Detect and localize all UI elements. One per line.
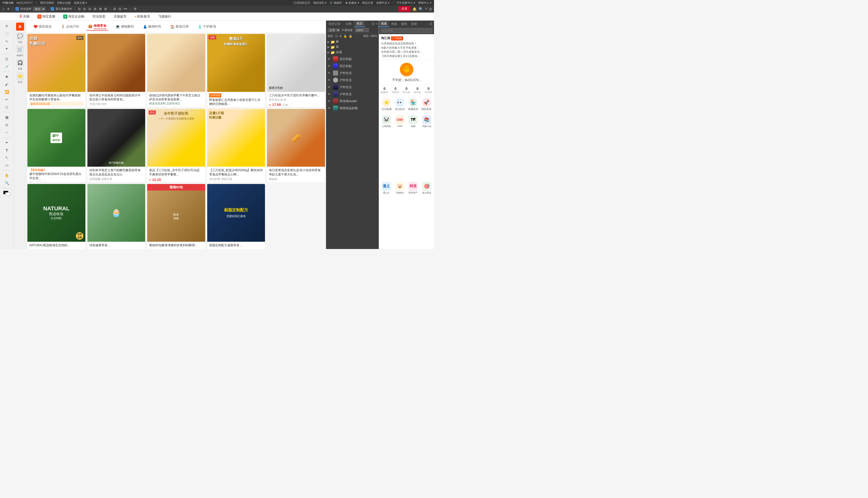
- eraser-icon[interactable]: ◻: [3, 103, 10, 110]
- product-card-1[interactable]: 岩烧乳酪吐司 面包 岩烧乳酪吐司整箱夹心面包代早餐糕糕学生宿舍解馋小零食休...…: [27, 34, 86, 107]
- layer-row-2[interactable]: 👁 百亿补贴: [326, 63, 379, 69]
- show-transform-checkbox[interactable]: [51, 7, 54, 11]
- product-card-13[interactable]: 整箱60包 酥香薄脆 整箱60包酥香薄脆特价奥利特酥饼...: [147, 184, 205, 249]
- search-icon[interactable]: 🔍: [419, 7, 423, 11]
- enterprise-switch[interactable]: 切换企业版: [57, 1, 71, 5]
- gradient-tool-icon[interactable]: ▦: [3, 114, 10, 121]
- product-card-9[interactable]: 足量1斤装吃着过瘾 【三只松鼠_奶盖沙琪玛500g】酥软休闲零食品早餐糕点心网.…: [207, 109, 265, 182]
- blend-mode-select[interactable]: 正常: [327, 28, 340, 32]
- cat-fashion[interactable]: 👗 服饰时尚: [141, 23, 163, 30]
- tab-enterprise[interactable]: 新 淘宝企业购: [59, 13, 88, 20]
- magic-wand-icon[interactable]: ✦: [3, 45, 10, 52]
- stat-review[interactable]: 0 待评价: [423, 87, 434, 94]
- cat-recommend[interactable]: ❤️ 猜你喜欢: [31, 23, 54, 30]
- app-1688[interactable]: 1688 1688: [393, 115, 406, 181]
- brush-tool-icon[interactable]: 🖌: [3, 81, 10, 88]
- layer-visibility-1[interactable]: 👁: [327, 57, 332, 61]
- lock-all-icon[interactable]: 🔒: [349, 35, 352, 38]
- accessibility[interactable]: 网页无障碍: [40, 1, 54, 5]
- folder-item-shui[interactable]: ▶ 📁 水满: [326, 50, 379, 55]
- share-button[interactable]: 共享: [398, 6, 410, 12]
- product-card-3[interactable]: 徐福记沙琪玛原味早餐下午茶芝士糕点萨其马休闲零食包装整... 精选优质原料 品质…: [147, 34, 205, 107]
- align-bottom[interactable]: ⊞: [104, 6, 107, 11]
- home-icon[interactable]: ⌂: [2, 6, 5, 11]
- cat-snacks[interactable]: 🍪 馋嘴零食: [86, 23, 108, 31]
- tab-swatches[interactable]: 色板: [389, 21, 399, 27]
- stat-cart[interactable]: 0 购物车: [379, 87, 390, 94]
- stat-receive[interactable]: 0 待收货: [390, 87, 401, 94]
- app-fliggy[interactable]: 🐷 飞猪旅行: [393, 182, 406, 247]
- panel-close-btn[interactable]: ×: [375, 22, 377, 26]
- app-books[interactable]: 📚 书旗小说: [420, 115, 433, 181]
- tab-gradient[interactable]: 渐变: [409, 21, 419, 27]
- layer-type-select[interactable]: 图层: [33, 7, 46, 11]
- tab-color[interactable]: 颜色: [399, 21, 409, 27]
- help-icon[interactable]: ?: [425, 7, 427, 11]
- layer-row-6[interactable]: 👁 户外生活: [326, 91, 379, 97]
- type-tool-icon[interactable]: T: [3, 147, 10, 154]
- layer-visibility-5[interactable]: 👁: [327, 86, 332, 89]
- pen-tool-icon[interactable]: ✒: [3, 139, 10, 146]
- align-top[interactable]: ⊞: [93, 6, 97, 11]
- tab-travel[interactable]: 飞猪旅行: [154, 13, 175, 20]
- plugin-item-service[interactable]: 🎧 客服: [16, 59, 24, 70]
- product-card-10[interactable]: 🥜 每日坚果混合坚果礼盒30小包休闲零食孕妇儿童干果大礼包... 极低纳 ¥ 5…: [267, 109, 325, 182]
- icon-my-browse[interactable]: 🚀 我的逛逛: [420, 98, 433, 111]
- tab-auction[interactable]: 司法拍卖: [88, 13, 109, 20]
- app-aliyunpan[interactable]: 阿里 阿里资产: [407, 182, 420, 247]
- blur-tool-icon[interactable]: ◎: [3, 121, 10, 128]
- layer-visibility-6[interactable]: 👁: [327, 92, 332, 96]
- eyedropper-icon[interactable]: 💉: [3, 63, 10, 70]
- product-card-4[interactable]: 包邮 整箱4斤软糯即食板板栗仁 金秋特惠 即食板栗仁去壳熟食小包装甘栗子仁非糖炒…: [207, 34, 265, 107]
- notification-icon[interactable]: 🔔: [412, 7, 417, 11]
- product-card-11[interactable]: NATURAL 甄选牧场 生态纯奶 金奖品质 NATURAL甄选牧场生态纯奶..…: [27, 184, 86, 249]
- align-center-h[interactable]: ⊟: [83, 6, 87, 11]
- more-options[interactable]: •••: [123, 6, 128, 11]
- layer-row-3[interactable]: 👁 户外生活: [326, 69, 379, 77]
- zoom-tool-icon[interactable]: 🔍: [3, 180, 10, 186]
- tab-layers[interactable]: 图层: [354, 21, 365, 27]
- purchased[interactable]: 已买到的宝贝: [294, 1, 310, 5]
- tab-tianmao[interactable]: 天 天猫: [15, 13, 34, 20]
- pattern-panel-menu[interactable]: ☰: [430, 22, 432, 26]
- stat-pay[interactable]: 0 待付款: [401, 87, 412, 94]
- layer-visibility-7[interactable]: 👁: [327, 100, 332, 103]
- panel-minimize-btn[interactable]: –: [427, 22, 429, 26]
- help[interactable]: 帮助中心 ▾: [418, 1, 431, 5]
- product-card-12[interactable]: 🧁 绿色健康零食...: [87, 184, 145, 249]
- app-yunyang[interactable]: 🐼 云养熊猫: [380, 115, 392, 181]
- layer-row-1[interactable]: 👁 百亿补贴: [326, 55, 379, 63]
- product-card-8[interactable]: 水牛乳千层吐司 一片一片厚着吃,吃的醇厚义满满 新品 新品【三只松鼠_水牛乳千层…: [147, 109, 205, 182]
- icon-favorites[interactable]: ⭐ 宝贝收藏: [380, 98, 393, 111]
- layer-row-8[interactable]: 👁 琪琪优品好物: [326, 105, 379, 112]
- product-card-5[interactable]: 新西兰乳粉 三只松鼠水牛乳千层吐司早餐代餐牛... 更具层次感 鲜... ¥ 1…: [267, 34, 325, 107]
- hand-tool-icon[interactable]: ✋: [3, 172, 10, 179]
- plugin-new-badge[interactable]: 新: [16, 23, 24, 31]
- color-picker[interactable]: [3, 191, 10, 196]
- cat-digital[interactable]: 💻 潮电数码: [114, 23, 136, 30]
- icon-saved-shops[interactable]: 🏪 收藏的店: [406, 98, 420, 111]
- lock-pixel-icon[interactable]: ⊡: [335, 35, 338, 38]
- layer-row-7[interactable]: 👁 李佳琦Austin: [326, 97, 379, 105]
- seller-center[interactable]: 千牛卖家中心 ▾: [396, 1, 415, 5]
- plugin-item-cart[interactable]: 🛒 购物车: [16, 45, 24, 57]
- crop-tool-icon[interactable]: ⊡: [3, 55, 10, 63]
- layer-row-5[interactable]: 👁 户外生活: [326, 83, 379, 91]
- layer-row-4[interactable]: 👁 户外生活: [326, 77, 379, 83]
- background-color[interactable]: [5, 192, 10, 196]
- move-tool[interactable]: ✛: [7, 6, 10, 11]
- cat-personal[interactable]: 🧴 个护家清: [196, 23, 218, 30]
- move-tool-icon[interactable]: ✛: [3, 23, 10, 30]
- folder-item-shu[interactable]: ▶ 📁 树: [326, 39, 379, 44]
- auto-select-checkbox[interactable]: [16, 7, 19, 11]
- cart[interactable]: 🛒 购物车: [329, 1, 342, 5]
- path-selection-icon[interactable]: ↖: [3, 154, 10, 161]
- product-card-7[interactable]: 奥巧奶酪乳酪 好利来半熟芝士奥巧奶酪乳酪蛋糕零食糕点礼盒甜品送女友点心 丝滑细嫩…: [87, 109, 145, 182]
- app-gaode[interactable]: 🗺 高德: [407, 115, 420, 181]
- layer-visibility-4[interactable]: 👁: [327, 78, 332, 82]
- cat-sports[interactable]: 🏃 运动户外: [59, 23, 81, 30]
- tab-history[interactable]: 历史记录: [326, 21, 343, 27]
- settings-icon[interactable]: ⚙: [133, 6, 137, 11]
- product-card-2[interactable]: 劲丰博士牛筋辣条儿时怀旧面筋双仔牛筋豆筋小零食休闲零食包... 中国大陆 劲丰 …: [87, 34, 145, 107]
- tab-notes[interactable]: 注释: [343, 21, 354, 27]
